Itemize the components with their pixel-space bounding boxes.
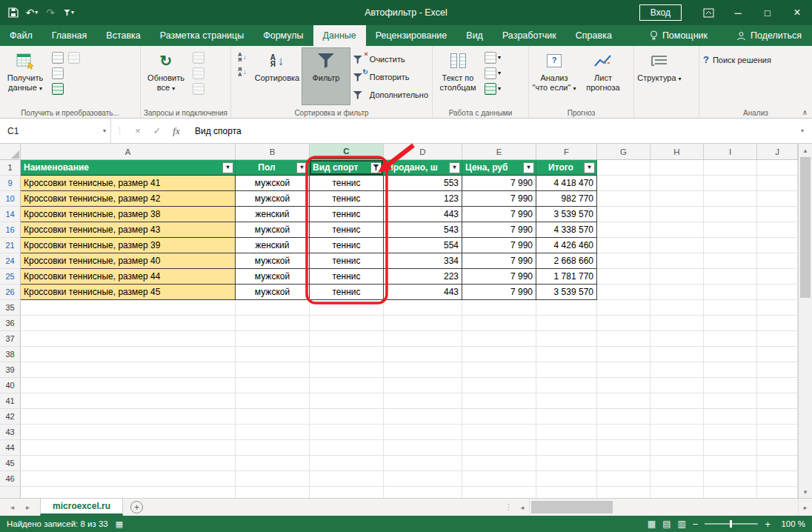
cell-sold[interactable]: 443 [384,285,462,300]
cell[interactable] [704,285,757,300]
cell[interactable] [704,425,757,440]
cell[interactable] [704,393,757,409]
cell[interactable] [236,425,310,440]
cell[interactable] [597,393,650,409]
row-number[interactable]: 26 [0,285,21,300]
cell[interactable] [310,300,384,316]
normal-view-icon[interactable]: ▦ [648,519,656,529]
cell[interactable] [650,378,704,393]
cell[interactable] [650,191,704,207]
row-number[interactable]: 10 [0,191,21,207]
cell[interactable] [597,487,650,498]
cell[interactable] [650,471,704,487]
cell[interactable] [536,316,597,331]
cell-price[interactable]: 7 990 [462,176,536,191]
tab-home[interactable]: Главная [42,25,97,46]
cell[interactable] [462,378,536,393]
cell[interactable] [21,393,236,409]
redo-button[interactable]: ↷ [41,3,59,22]
cell[interactable] [597,238,650,253]
close-button[interactable]: × [782,0,812,25]
filter-dropdown-button[interactable]: ▾ [449,162,460,173]
cell[interactable] [704,253,757,269]
row-number[interactable]: 35 [0,300,21,316]
row-number[interactable]: 25 [0,269,21,285]
cell[interactable] [236,409,310,425]
column-header-F[interactable]: F [536,144,597,159]
cell[interactable] [597,347,650,362]
cell[interactable] [462,300,536,316]
cell[interactable] [21,440,236,456]
column-header-A[interactable]: A [21,144,236,159]
reapply-filter-button[interactable]: ↻ Повторить [350,69,431,84]
zoom-out-button[interactable]: − [693,519,699,529]
macro-record-icon[interactable]: ▦ [116,519,123,529]
cell[interactable] [650,425,704,440]
cell-price[interactable]: 7 990 [462,285,536,300]
cell-price[interactable]: 7 990 [462,207,536,222]
cell[interactable] [310,331,384,347]
cell-total[interactable]: 3 539 570 [536,207,597,222]
cell[interactable] [236,300,310,316]
cell[interactable] [384,300,462,316]
cell[interactable] [650,253,704,269]
cell[interactable] [462,471,536,487]
cell-name[interactable]: Кроссовки теннисные, размер 38 [21,207,236,222]
cell[interactable] [236,440,310,456]
row-number[interactable]: 37 [0,331,21,347]
cell[interactable] [536,331,597,347]
cell[interactable] [757,440,798,456]
cell-sport[interactable]: теннис [310,253,384,269]
cell[interactable] [384,316,462,331]
cell[interactable] [757,176,798,191]
enter-button[interactable]: ✓ [147,119,167,143]
data-validation-button[interactable] [485,83,496,95]
cell[interactable] [704,487,757,498]
tab-view[interactable]: Вид [456,25,493,46]
vertical-scroll-track[interactable] [799,156,812,485]
row-number[interactable]: 45 [0,456,21,471]
cell[interactable] [757,471,798,487]
cell[interactable] [462,440,536,456]
properties-button[interactable] [193,67,204,79]
cell-name[interactable]: Кроссовки теннисные, размер 41 [21,176,236,191]
cell[interactable] [757,409,798,425]
text-to-columns-button[interactable]: Текст по столбцам [433,47,482,105]
cell[interactable] [21,316,236,331]
sort-ascending-button[interactable]: АЯ ↓ [234,52,250,63]
cell[interactable] [650,238,704,253]
sheet-tab-active[interactable]: microexcel.ru [40,499,123,516]
maximize-button[interactable]: □ [753,0,782,25]
cell[interactable] [597,207,650,222]
cell[interactable] [536,456,597,471]
cell[interactable] [21,300,236,316]
row-number[interactable]: 40 [0,378,21,393]
row-number[interactable]: 1 [0,160,21,176]
horizontal-scroll-thumb[interactable] [531,501,613,513]
cell[interactable] [757,207,798,222]
cell-name[interactable]: Кроссовки теннисные, размер 45 [21,285,236,300]
remove-duplicates-button[interactable] [485,67,496,79]
zoom-slider[interactable] [705,523,758,525]
cell[interactable] [757,456,798,471]
cell[interactable] [21,409,236,425]
cell[interactable] [704,316,757,331]
cell[interactable] [384,393,462,409]
cell[interactable] [310,409,384,425]
cell-sport[interactable]: теннис [310,176,384,191]
cell[interactable] [757,425,798,440]
cell[interactable] [384,331,462,347]
cell[interactable] [462,393,536,409]
header-cell-name[interactable]: Наименование ▾ [21,160,236,176]
cell[interactable] [650,269,704,285]
cell[interactable] [310,362,384,378]
cell-total[interactable]: 982 770 [536,191,597,207]
formula-input[interactable]: Вид спорта [186,119,793,143]
cell[interactable] [757,222,798,238]
share-button[interactable]: Поделиться [726,25,812,46]
cell[interactable] [597,331,650,347]
cell[interactable] [650,222,704,238]
cell[interactable] [236,331,310,347]
cell[interactable] [597,440,650,456]
row-number[interactable]: 44 [0,440,21,456]
